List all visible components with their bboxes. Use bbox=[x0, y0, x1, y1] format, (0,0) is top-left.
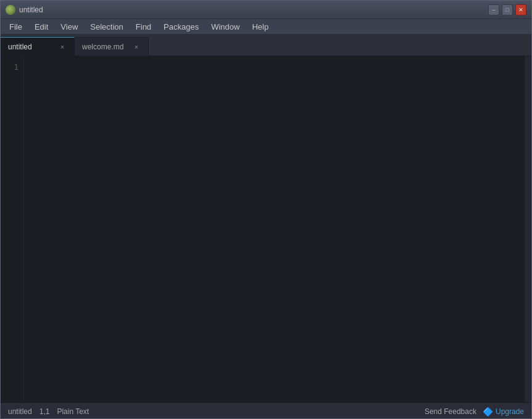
menu-view[interactable]: View bbox=[54, 21, 84, 33]
title-bar: untitled – □ ✕ bbox=[1, 1, 531, 19]
maximize-button[interactable]: □ bbox=[502, 4, 513, 15]
tab-welcome-label: welcome.md bbox=[82, 43, 123, 51]
title-left: untitled bbox=[6, 5, 43, 15]
menu-find[interactable]: Find bbox=[130, 21, 157, 33]
tab-welcome[interactable]: welcome.md × bbox=[75, 37, 149, 56]
tab-untitled-label: untitled bbox=[8, 43, 32, 51]
status-position: 1,1 bbox=[39, 407, 50, 416]
line-number-1: 1 bbox=[1, 61, 19, 74]
tab-untitled-close[interactable]: × bbox=[58, 43, 67, 51]
window-controls: – □ ✕ bbox=[488, 4, 526, 15]
tab-welcome-close[interactable]: × bbox=[132, 43, 141, 51]
menu-bar: File Edit View Selection Find Packages W… bbox=[1, 19, 531, 35]
scrollbar-right[interactable] bbox=[524, 56, 531, 402]
menu-help[interactable]: Help bbox=[246, 21, 275, 33]
menu-file[interactable]: File bbox=[3, 21, 28, 33]
status-left: untitled 1,1 Plain Text bbox=[8, 407, 89, 416]
close-button[interactable]: ✕ bbox=[515, 4, 526, 15]
send-feedback-link[interactable]: Send Feedback bbox=[425, 407, 476, 416]
editor-area[interactable] bbox=[24, 56, 524, 402]
menu-edit[interactable]: Edit bbox=[28, 21, 54, 33]
tab-bar: untitled × welcome.md × bbox=[1, 35, 531, 56]
status-syntax[interactable]: Plain Text bbox=[57, 407, 89, 416]
minimize-button[interactable]: – bbox=[488, 4, 499, 15]
status-filename: untitled bbox=[8, 407, 32, 416]
editor-container: 1 bbox=[1, 56, 531, 402]
line-numbers: 1 bbox=[1, 56, 24, 402]
tab-untitled[interactable]: untitled × bbox=[1, 37, 75, 56]
menu-packages[interactable]: Packages bbox=[157, 21, 205, 33]
upgrade-icon: 🔷 bbox=[483, 407, 493, 417]
upgrade-label: Upgrade bbox=[496, 407, 524, 416]
menu-window[interactable]: Window bbox=[205, 21, 246, 33]
app-icon bbox=[6, 5, 15, 15]
status-bar: untitled 1,1 Plain Text Send Feedback 🔷 … bbox=[1, 402, 531, 419]
menu-selection[interactable]: Selection bbox=[84, 21, 129, 33]
upgrade-button[interactable]: 🔷 Upgrade bbox=[483, 407, 524, 417]
title-text: untitled bbox=[19, 6, 43, 14]
status-right: Send Feedback 🔷 Upgrade bbox=[425, 407, 524, 417]
